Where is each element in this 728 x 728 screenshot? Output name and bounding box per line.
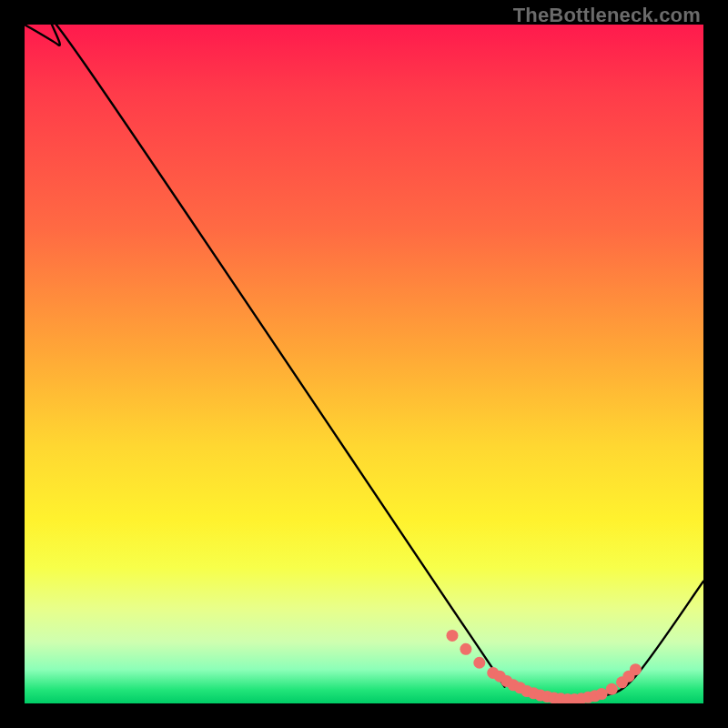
chart-svg — [25, 25, 703, 703]
marker-dot — [606, 683, 618, 695]
plot-area — [25, 25, 703, 703]
marker-dot — [473, 657, 485, 669]
chart-stage: TheBottleneck.com — [0, 0, 728, 728]
watermark-label: TheBottleneck.com — [513, 4, 701, 27]
marker-dot — [460, 643, 471, 655]
curve-layer — [25, 25, 703, 700]
marker-dots — [446, 630, 641, 703]
bottleneck-curve-path — [25, 25, 703, 700]
marker-dot — [630, 663, 642, 675]
marker-dot — [596, 688, 608, 700]
marker-dot — [446, 630, 458, 642]
